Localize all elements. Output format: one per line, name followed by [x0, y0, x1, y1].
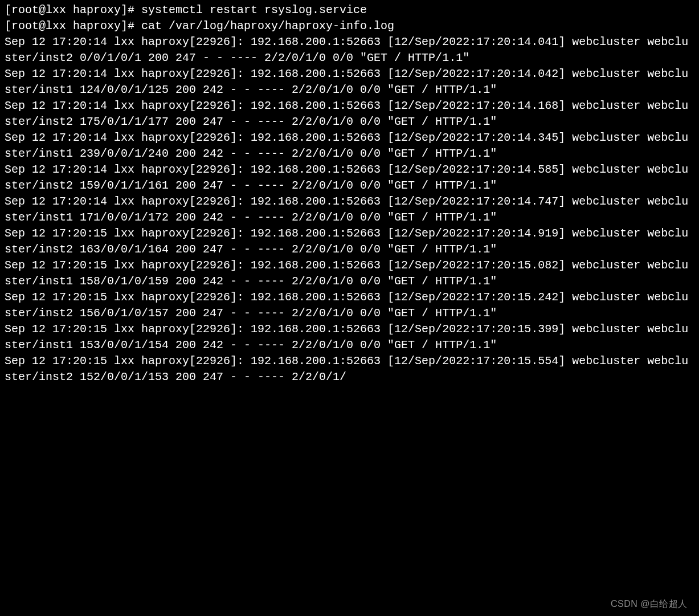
terminal-line: Sep 12 17:20:14 lxx haproxy[22926]: 192.…	[5, 162, 694, 194]
terminal-line: Sep 12 17:20:14 lxx haproxy[22926]: 192.…	[5, 194, 694, 226]
terminal-output[interactable]: [root@lxx haproxy]# systemctl restart rs…	[0, 0, 699, 385]
terminal-line: Sep 12 17:20:14 lxx haproxy[22926]: 192.…	[5, 66, 694, 98]
terminal-line: Sep 12 17:20:15 lxx haproxy[22926]: 192.…	[5, 289, 694, 321]
terminal-line: Sep 12 17:20:15 lxx haproxy[22926]: 192.…	[5, 321, 694, 353]
terminal-line: Sep 12 17:20:14 lxx haproxy[22926]: 192.…	[5, 130, 694, 162]
watermark-text: CSDN @白给超人	[611, 598, 688, 610]
terminal-line: Sep 12 17:20:15 lxx haproxy[22926]: 192.…	[5, 226, 694, 258]
terminal-line: [root@lxx haproxy]# cat /var/log/haproxy…	[5, 18, 694, 34]
terminal-line: [root@lxx haproxy]# systemctl restart rs…	[5, 2, 694, 18]
terminal-line: Sep 12 17:20:14 lxx haproxy[22926]: 192.…	[5, 34, 694, 66]
terminal-line: Sep 12 17:20:14 lxx haproxy[22926]: 192.…	[5, 98, 694, 130]
terminal-line: Sep 12 17:20:15 lxx haproxy[22926]: 192.…	[5, 258, 694, 289]
terminal-line: Sep 12 17:20:15 lxx haproxy[22926]: 192.…	[5, 353, 694, 385]
